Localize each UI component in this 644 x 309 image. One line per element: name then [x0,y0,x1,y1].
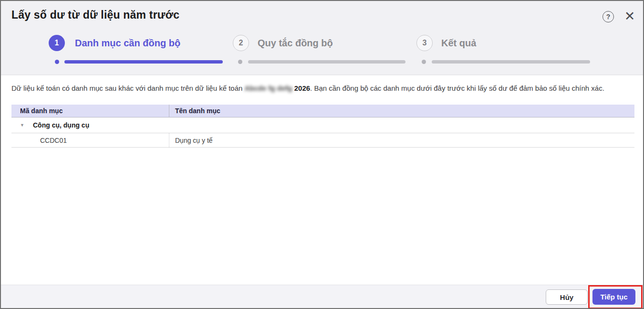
step-2-progress-bar [248,60,405,64]
step-1-circle[interactable]: 1 [49,35,65,51]
step-3-label[interactable]: Kết quả [441,38,476,49]
dialog-window: Lấy số dư từ dữ liệu năm trước ? ✕ 1 Dan… [0,0,644,309]
collapse-triangle-icon[interactable]: ▼ [20,123,26,128]
table-header-row: Mã danh mục Tên danh mục [11,105,634,117]
step-2-progress-dot [238,60,242,64]
dialog-title: Lấy số dư từ dữ liệu năm trước [11,9,179,21]
step-3-circle[interactable]: 3 [416,35,433,51]
step-1-label[interactable]: Danh mục cần đồng bộ [75,38,180,49]
description-part2: . Bạn cần đồng bộ các danh mục dưới đây … [310,84,604,92]
step-3-progress-bar [432,60,590,64]
step-2-label[interactable]: Quy tắc đồng bộ [258,38,333,49]
step-3-progress-dot [422,60,426,64]
close-icon[interactable]: ✕ [623,9,637,24]
step-1-progress-dot [55,60,59,64]
table-group-row[interactable]: ▼ Công cụ, dụng cụ [11,117,634,133]
redacted-text: Abcde fg defg [245,84,292,92]
dialog-content: Dữ liệu kế toán có danh mục sau khác với… [1,75,643,286]
step-1-progress-bar [64,60,223,64]
step-2-circle[interactable]: 2 [233,35,249,51]
cell-category-name: Dụng cụ y tế [169,133,634,147]
column-header-name: Tên danh mục [169,107,634,115]
categories-table: Mã danh mục Tên danh mục ▼ Công cụ, dụng… [11,105,634,148]
dialog-footer: Hủy Tiếp tục [1,285,643,308]
cell-category-code: CCDC01 [11,133,169,147]
continue-button[interactable]: Tiếp tục [592,289,635,305]
dialog-header: Lấy số dư từ dữ liệu năm trước ? ✕ 1 Dan… [1,1,643,75]
description-text: Dữ liệu kế toán có danh mục sau khác với… [11,84,634,93]
column-header-code: Mã danh mục [11,105,169,117]
help-icon[interactable]: ? [602,11,614,22]
table-row[interactable]: CCDC01 Dụng cụ y tế [11,133,634,148]
cancel-button[interactable]: Hủy [546,289,588,305]
description-year: 2026 [294,84,310,92]
group-row-label: Công cụ, dụng cụ [33,121,89,129]
description-part1: Dữ liệu kế toán có danh mục sau khác với… [11,84,245,92]
